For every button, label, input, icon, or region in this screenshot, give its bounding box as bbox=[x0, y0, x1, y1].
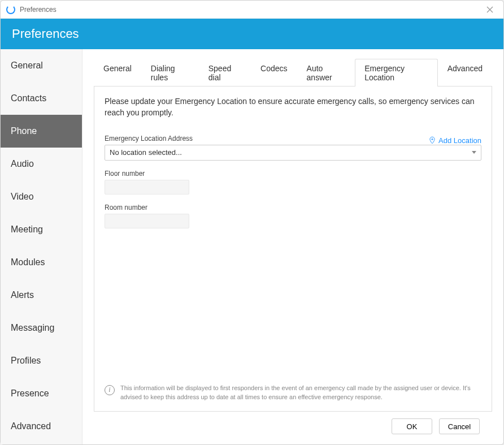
cancel-label: Cancel bbox=[448, 422, 471, 431]
sidebar-item-label: Modules bbox=[11, 257, 45, 267]
tab-label: Speed dial bbox=[208, 64, 231, 82]
main: General Dialing rules Speed dial Codecs … bbox=[82, 49, 503, 444]
tab-codecs[interactable]: Codecs bbox=[251, 59, 297, 87]
sidebar-item-label: Audio bbox=[11, 159, 34, 169]
chevron-down-icon bbox=[472, 151, 476, 154]
sidebar-item-general[interactable]: General bbox=[1, 49, 82, 82]
sidebar-item-label: Phone bbox=[11, 126, 37, 136]
floor-label: Floor number bbox=[105, 170, 481, 178]
tab-label: Emergency Location bbox=[364, 64, 405, 82]
room-input[interactable] bbox=[105, 214, 189, 228]
sidebar-item-label: General bbox=[11, 61, 43, 70]
tab-label: Advanced bbox=[447, 64, 483, 73]
sidebar-item-phone[interactable]: Phone bbox=[1, 115, 82, 148]
tab-label: Dialing rules bbox=[151, 64, 175, 82]
tab-auto-answer[interactable]: Auto answer bbox=[297, 59, 355, 87]
sidebar-item-label: Advanced bbox=[11, 421, 51, 431]
sidebar-item-label: Profiles bbox=[11, 356, 41, 365]
info-text: This information will be displayed to fi… bbox=[120, 384, 481, 402]
footer: OK Cancel bbox=[94, 412, 492, 444]
window-title: Preferences bbox=[20, 6, 57, 14]
sidebar-item-label: Alerts bbox=[11, 290, 34, 300]
cancel-button[interactable]: Cancel bbox=[439, 418, 480, 434]
body: General Contacts Phone Audio Video Meeti… bbox=[1, 49, 503, 444]
tab-label: General bbox=[103, 64, 132, 73]
info-strip: i This information will be displayed to … bbox=[105, 377, 481, 402]
sidebar-item-label: Messaging bbox=[11, 323, 54, 332]
description-text: Please update your Emergency Location to… bbox=[105, 96, 481, 119]
titlebar: Preferences bbox=[1, 1, 503, 19]
banner: Preferences bbox=[1, 19, 503, 49]
sidebar-item-alerts[interactable]: Alerts bbox=[1, 279, 82, 312]
address-field-row: Emergency Location Address Add Location bbox=[105, 135, 481, 145]
sidebar-item-presence[interactable]: Presence bbox=[1, 377, 82, 410]
ok-label: OK bbox=[407, 422, 418, 431]
sidebar-item-meeting[interactable]: Meeting bbox=[1, 213, 82, 246]
tab-body: Please update your Emergency Location to… bbox=[94, 87, 492, 412]
address-select-value: No location selected... bbox=[110, 148, 182, 157]
tabs: General Dialing rules Speed dial Codecs … bbox=[94, 58, 492, 87]
tab-emergency-location[interactable]: Emergency Location bbox=[355, 59, 438, 87]
room-group: Room number bbox=[105, 204, 481, 228]
address-select[interactable]: No location selected... bbox=[105, 145, 481, 161]
floor-input[interactable] bbox=[105, 180, 189, 195]
room-label: Room number bbox=[105, 204, 481, 211]
tab-dialing-rules[interactable]: Dialing rules bbox=[141, 59, 199, 87]
preferences-window: Preferences Preferences General Contacts… bbox=[0, 0, 504, 445]
tab-label: Auto answer bbox=[307, 64, 332, 82]
sidebar-item-contacts[interactable]: Contacts bbox=[1, 82, 82, 115]
sidebar: General Contacts Phone Audio Video Meeti… bbox=[1, 49, 82, 444]
ok-button[interactable]: OK bbox=[392, 418, 432, 434]
tab-speed-dial[interactable]: Speed dial bbox=[199, 59, 251, 87]
tab-general[interactable]: General bbox=[94, 59, 141, 87]
sidebar-item-label: Contacts bbox=[11, 93, 46, 103]
map-pin-icon bbox=[428, 136, 436, 144]
sidebar-item-advanced[interactable]: Advanced bbox=[1, 410, 82, 443]
info-icon: i bbox=[105, 385, 115, 395]
address-label: Emergency Location Address bbox=[105, 135, 193, 142]
add-location-label: Add Location bbox=[438, 136, 481, 145]
sidebar-item-audio[interactable]: Audio bbox=[1, 148, 82, 180]
close-icon bbox=[486, 6, 493, 13]
add-location-link[interactable]: Add Location bbox=[428, 136, 481, 145]
sidebar-item-label: Meeting bbox=[11, 224, 43, 234]
floor-group: Floor number bbox=[105, 170, 481, 195]
sidebar-item-video[interactable]: Video bbox=[1, 180, 82, 213]
sidebar-item-modules[interactable]: Modules bbox=[1, 246, 82, 279]
app-icon bbox=[6, 5, 15, 14]
banner-title: Preferences bbox=[12, 27, 79, 41]
sidebar-item-label: Presence bbox=[11, 388, 49, 398]
tab-label: Codecs bbox=[260, 64, 287, 73]
sidebar-item-label: Video bbox=[11, 192, 34, 201]
sidebar-item-messaging[interactable]: Messaging bbox=[1, 312, 82, 344]
sidebar-item-profiles[interactable]: Profiles bbox=[1, 344, 82, 377]
close-button[interactable] bbox=[482, 2, 498, 18]
tab-advanced[interactable]: Advanced bbox=[438, 59, 492, 87]
